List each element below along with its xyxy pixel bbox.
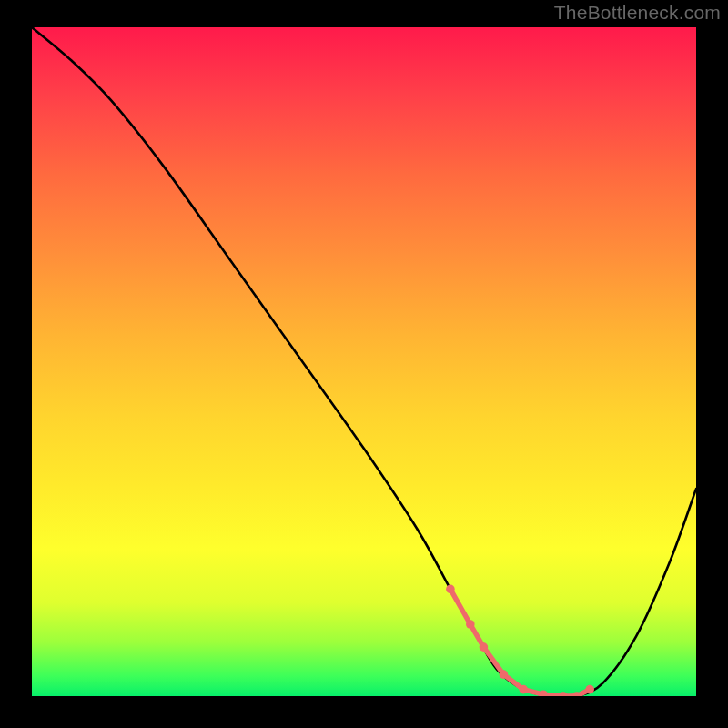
attribution-text: TheBottleneck.com — [554, 2, 721, 24]
valley-marker — [500, 670, 509, 679]
valley-marker — [480, 642, 489, 652]
bottleneck-curve — [32, 27, 696, 696]
chart-frame: TheBottleneck.com — [0, 0, 728, 728]
valley-marker — [446, 585, 455, 594]
valley-marker — [539, 690, 548, 696]
valley-marker — [559, 692, 568, 696]
plot-area — [32, 27, 696, 696]
valley-markers — [446, 585, 594, 696]
valley-segment — [450, 589, 590, 696]
valley-marker — [519, 685, 528, 694]
curve-overlay — [32, 27, 696, 696]
valley-marker — [466, 620, 475, 629]
valley-marker — [585, 685, 594, 694]
